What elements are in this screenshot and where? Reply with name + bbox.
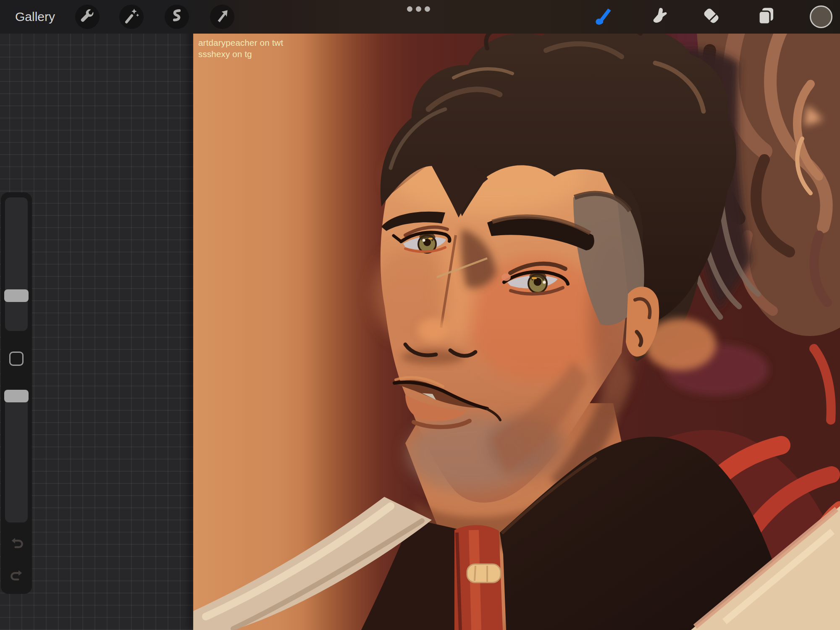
- redo-arrow-icon: [9, 577, 24, 584]
- brush-opacity-slider[interactable]: [5, 390, 28, 522]
- opacity-slider-handle[interactable]: [4, 390, 29, 402]
- gallery-button[interactable]: Gallery: [15, 0, 55, 34]
- top-toolbar: Gallery: [0, 0, 840, 34]
- watermark: artdarypeacher on twt ssshexy on tg: [198, 37, 283, 60]
- paint-brush-icon: [593, 5, 614, 29]
- portrait-painting: [193, 0, 840, 630]
- canvas-options-handle[interactable]: [407, 6, 430, 12]
- eraser-icon: [701, 5, 722, 28]
- magic-wand-icon: [123, 8, 140, 26]
- transform-button[interactable]: [210, 5, 234, 29]
- watermark-line-1: artdarypeacher on twt: [198, 37, 283, 48]
- watermark-line-2: ssshexy on tg: [198, 48, 283, 60]
- procreate-app: artdarypeacher on twt ssshexy on tg Gall…: [0, 0, 840, 630]
- color-swatch-circle[interactable]: [810, 5, 832, 28]
- ellipsis-icon: [425, 6, 430, 12]
- brush-size-slider[interactable]: [5, 197, 28, 331]
- smudge-tool-button[interactable]: [646, 5, 670, 29]
- undo-arrow-icon: [9, 545, 24, 552]
- undo-button[interactable]: [9, 536, 24, 551]
- ellipsis-icon: [407, 6, 412, 12]
- brush-size-slider-handle[interactable]: [4, 289, 29, 302]
- wrench-icon: [79, 8, 96, 26]
- actions-button[interactable]: [75, 5, 100, 29]
- transform-arrow-icon: [214, 8, 231, 26]
- paint-tool-button[interactable]: [591, 5, 616, 29]
- selection-button[interactable]: [165, 5, 189, 29]
- erase-tool-button[interactable]: [699, 5, 724, 29]
- layers-icon: [756, 5, 777, 28]
- smudge-finger-icon: [647, 5, 668, 28]
- adjustments-button[interactable]: [119, 5, 144, 29]
- modify-button[interactable]: [9, 352, 24, 366]
- selection-s-icon: [168, 8, 185, 26]
- redo-button[interactable]: [9, 568, 24, 583]
- layers-button[interactable]: [754, 5, 778, 29]
- painting-canvas[interactable]: artdarypeacher on twt ssshexy on tg: [193, 0, 840, 630]
- brush-sidebar: [1, 192, 32, 594]
- ellipsis-icon: [416, 6, 421, 12]
